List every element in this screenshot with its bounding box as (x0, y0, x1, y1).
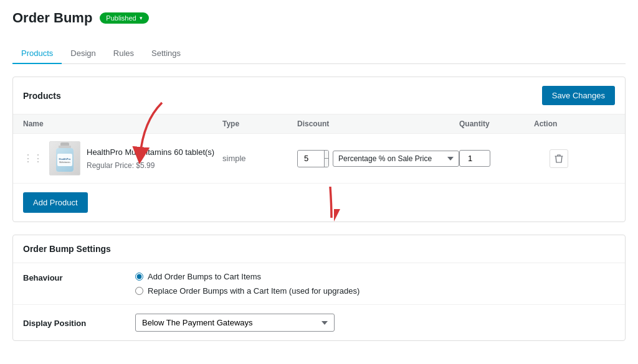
discount-input-group: ▲ ▼ (297, 150, 329, 167)
product-cell: ⋮⋮ HealthPro Multivitamins (23, 141, 222, 175)
behaviour-radio-group: Add Order Bumps to Cart Items Replace Or… (135, 272, 615, 296)
product-name: HealthPro Multivitamins 60 tablet(s) (87, 147, 214, 158)
product-info: HealthPro Multivitamins 60 tablet(s) Reg… (87, 147, 214, 169)
products-card-header: Products Save Changes (13, 77, 625, 114)
delete-product-button[interactable] (550, 149, 568, 168)
products-card: Products Save Changes Name Type Discount… (12, 77, 626, 222)
card-footer: Add Product (13, 184, 625, 222)
tab-bar: Products Design Rules Settings (12, 44, 626, 64)
trash-icon (555, 154, 563, 164)
page-header: Order Bump Published ▾ (12, 10, 626, 34)
table-row: ⋮⋮ HealthPro Multivitamins (13, 134, 625, 184)
behaviour-radio-add[interactable] (135, 273, 143, 281)
tab-design[interactable]: Design (62, 44, 104, 64)
action-cell (534, 149, 584, 168)
col-action: Action (534, 119, 584, 128)
discount-type-select[interactable]: Percentage % on Sale Price Percentage % … (333, 151, 459, 167)
product-type: simple (222, 154, 297, 163)
tab-settings[interactable]: Settings (143, 44, 189, 64)
col-type: Type (222, 119, 297, 128)
product-price: Regular Price: $5.99 (87, 161, 214, 170)
display-position-select-wrap: Below The Payment Gateways Above The Pay… (135, 314, 615, 332)
svg-text:HealthPro: HealthPro (59, 157, 71, 161)
col-discount: Discount (297, 119, 459, 128)
col-quantity: Quantity (459, 119, 534, 128)
product-bottle-svg: HealthPro Multivitamins (52, 142, 78, 175)
page-wrapper: Order Bump Published ▾ Products Design R… (0, 0, 638, 364)
tab-products[interactable]: Products (12, 44, 62, 64)
behaviour-option-replace[interactable]: Replace Order Bumps with a Cart Item (us… (135, 286, 615, 296)
quantity-input[interactable]: 1 (459, 150, 490, 167)
display-position-label: Display Position (23, 317, 135, 328)
discount-spinners: ▲ ▼ (324, 151, 329, 167)
display-position-row: Display Position Below The Payment Gatew… (13, 305, 625, 340)
behaviour-add-label: Add Order Bumps to Cart Items (148, 272, 261, 281)
col-name: Name (23, 119, 222, 128)
chevron-down-icon: ▾ (140, 15, 143, 21)
products-card-title: Products (23, 91, 61, 101)
page-title: Order Bump (12, 10, 92, 26)
display-position-select[interactable]: Below The Payment Gateways Above The Pay… (135, 314, 335, 332)
save-changes-button[interactable]: Save Changes (542, 86, 615, 105)
tab-rules[interactable]: Rules (105, 44, 143, 64)
behaviour-option-add[interactable]: Add Order Bumps to Cart Items (135, 272, 615, 281)
product-image: HealthPro Multivitamins (49, 141, 80, 175)
add-product-button[interactable]: Add Product (23, 192, 88, 213)
status-badge[interactable]: Published ▾ (100, 12, 148, 24)
discount-increment-button[interactable]: ▲ (325, 151, 329, 159)
behaviour-radio-replace[interactable] (135, 287, 143, 295)
settings-card: Order Bump Settings Behaviour Add Order … (12, 235, 626, 341)
svg-text:Multivitamins: Multivitamins (59, 161, 70, 164)
behaviour-replace-label: Replace Order Bumps with a Cart Item (us… (148, 286, 359, 296)
behaviour-label: Behaviour (23, 272, 135, 282)
status-label: Published (106, 14, 136, 22)
drag-handle-icon[interactable]: ⋮⋮ (23, 154, 43, 164)
table-header: Name Type Discount Quantity Action (13, 114, 625, 134)
discount-value-input[interactable] (298, 151, 324, 167)
quantity-cell: 1 (459, 150, 534, 167)
settings-title: Order Bump Settings (13, 235, 625, 263)
discount-cell: ▲ ▼ Percentage % on Sale Price Percentag… (297, 150, 459, 167)
svg-rect-1 (59, 146, 71, 148)
behaviour-row: Behaviour Add Order Bumps to Cart Items … (13, 263, 625, 305)
discount-decrement-button[interactable]: ▼ (325, 159, 329, 167)
